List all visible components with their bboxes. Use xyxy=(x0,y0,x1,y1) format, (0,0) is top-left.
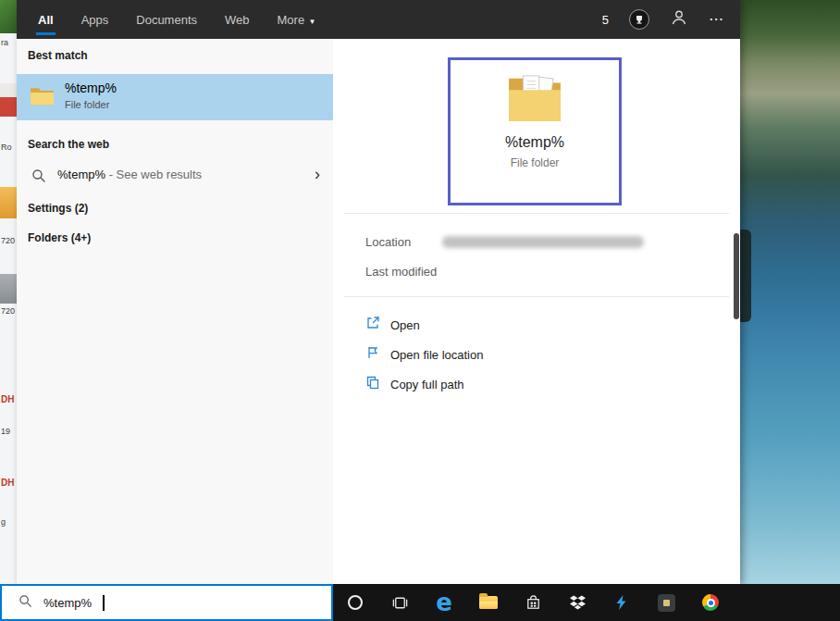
preview-subtitle: File folder xyxy=(511,156,560,169)
location-label: Location xyxy=(365,235,411,249)
trophy-glyph xyxy=(634,14,645,25)
rewards-count: 5 xyxy=(602,13,609,27)
desktop-icon-label: DH xyxy=(1,395,17,404)
desktop-icon-fragment[interactable] xyxy=(0,83,17,117)
search-flyout: All Apps Documents Web More▾ 5 xyxy=(17,0,740,584)
desktop-icon-label: Ro xyxy=(1,143,17,152)
edge-icon[interactable]: e xyxy=(422,584,466,621)
best-match-subtitle: File folder xyxy=(65,99,109,110)
desktop-icon-label: 720 xyxy=(1,237,17,245)
cortana-ring xyxy=(348,595,363,610)
taskbar: %temp% e xyxy=(0,584,840,621)
copy-full-path-icon xyxy=(365,375,380,393)
open-file-location-icon xyxy=(365,345,380,364)
dropbox-icon[interactable] xyxy=(555,584,599,621)
desktop-icon-label: ra xyxy=(1,39,17,47)
cortana-icon[interactable] xyxy=(333,584,377,621)
search-icon xyxy=(31,168,46,187)
explorer-folder-shape xyxy=(479,596,498,609)
chrome-white xyxy=(707,599,715,607)
search-query-text: %temp% xyxy=(43,596,92,610)
search-web-header: Search the web xyxy=(28,138,109,151)
desktop-icon-label: DH xyxy=(1,478,17,488)
preview-panel: %temp% File folder Location Last modifie… xyxy=(333,39,740,584)
bolt-app-icon[interactable] xyxy=(599,584,644,621)
tab-documents[interactable]: Documents xyxy=(136,13,197,27)
topbar-right-cluster: 5 ⋯ xyxy=(602,8,740,31)
tab-all[interactable]: All xyxy=(38,13,54,27)
last-modified-label: Last modified xyxy=(365,265,437,279)
taskbar-icons: e xyxy=(333,584,733,621)
folder-icon xyxy=(30,86,54,110)
desktop-icon-label: g xyxy=(1,518,17,527)
scrollbar-thumb[interactable] xyxy=(734,233,739,319)
divider xyxy=(344,213,729,214)
open-file-location-label: Open file location xyxy=(390,348,483,362)
chevron-right-icon[interactable]: › xyxy=(315,165,320,184)
app-tile xyxy=(658,594,675,612)
chrome-core xyxy=(709,601,713,605)
screen: ra Ro 720 720 DH 19 DH g All Apps Docume… xyxy=(0,0,840,621)
web-hint: - See web results xyxy=(109,168,202,181)
open-file-location-action[interactable]: Open file location xyxy=(365,344,483,365)
web-query: %temp% xyxy=(57,168,105,181)
preview-title: %temp% xyxy=(505,134,564,151)
desktop-icon-label: 19 xyxy=(1,428,17,436)
settings-group[interactable]: Settings (2) xyxy=(28,202,88,215)
chrome-icon[interactable] xyxy=(688,584,733,621)
task-view-icon[interactable] xyxy=(377,584,422,621)
preview-actions: Open Open file location xyxy=(365,315,483,394)
desktop-icon-fragment[interactable] xyxy=(0,274,17,304)
results-panel: Best match %temp% File folder Search the… xyxy=(17,39,333,584)
app-icon[interactable] xyxy=(644,584,688,621)
desktop-icon-label: 720 xyxy=(1,307,17,316)
chrome-ring xyxy=(702,594,719,611)
chevron-down-icon: ▾ xyxy=(310,17,315,26)
open-label: Open xyxy=(390,318,420,332)
tab-more-label: More xyxy=(278,13,305,27)
taskbar-search-input[interactable]: %temp% xyxy=(0,584,333,621)
desktop-wallpaper xyxy=(740,0,840,584)
desktop-icon-fragment[interactable] xyxy=(0,187,17,218)
divider xyxy=(344,296,729,297)
search-tabs-bar: All Apps Documents Web More▾ 5 xyxy=(17,0,740,39)
edge-glyph: e xyxy=(436,590,452,615)
open-icon xyxy=(365,316,380,334)
store-icon[interactable] xyxy=(511,584,555,621)
wallpaper-rock-detail xyxy=(740,230,751,322)
desktop-icon-fragment[interactable] xyxy=(0,0,17,33)
best-match-title: %temp% xyxy=(65,81,117,95)
tab-web[interactable]: Web xyxy=(225,13,250,27)
best-match-result[interactable]: %temp% File folder xyxy=(17,74,333,120)
user-icon[interactable] xyxy=(670,8,688,31)
ellipsis-icon[interactable]: ⋯ xyxy=(709,12,723,27)
location-value-redacted xyxy=(442,236,644,248)
web-suggestion[interactable]: %temp% - See web results › xyxy=(17,158,333,193)
tab-strip: All Apps Documents Web More▾ xyxy=(17,13,342,27)
tab-apps[interactable]: Apps xyxy=(81,13,109,27)
best-match-header: Best match xyxy=(28,49,88,62)
tab-more[interactable]: More▾ xyxy=(278,13,315,27)
open-action[interactable]: Open xyxy=(365,315,483,335)
copy-full-path-action[interactable]: Copy full path xyxy=(365,374,483,394)
folders-group[interactable]: Folders (4+) xyxy=(28,231,91,244)
folder-icon-large xyxy=(506,73,563,125)
rewards-icon[interactable] xyxy=(629,9,649,30)
preview-card: %temp% File folder xyxy=(448,57,622,205)
file-explorer-icon[interactable] xyxy=(466,584,511,621)
copy-full-path-label: Copy full path xyxy=(390,378,464,391)
search-icon xyxy=(19,594,32,612)
desktop-edge: ra Ro 720 720 DH 19 DH g xyxy=(0,0,17,584)
text-cursor xyxy=(103,595,105,611)
web-suggestion-text: %temp% - See web results xyxy=(57,168,202,181)
